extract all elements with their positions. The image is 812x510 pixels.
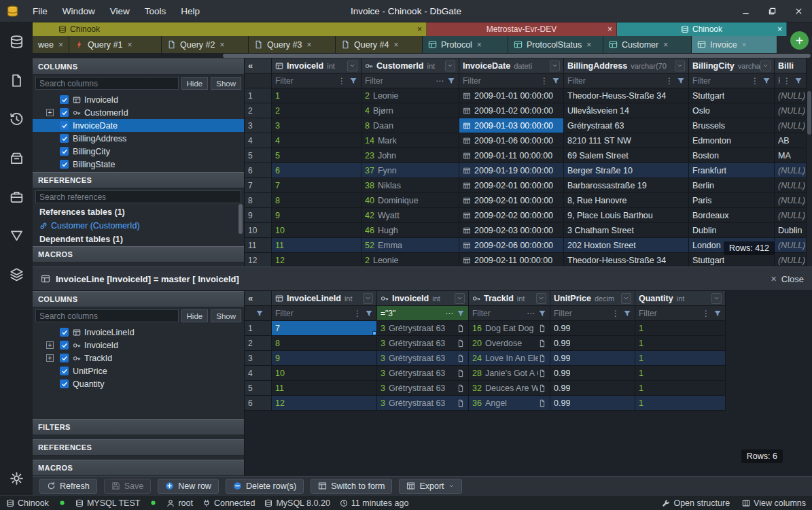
cell-unitprice[interactable]: 0.99 [550, 351, 635, 366]
tab-bar-scrollbar[interactable] [33, 53, 812, 58]
rail-admin-button[interactable] [0, 177, 33, 216]
cell-billingcity[interactable]: Stuttgart [689, 88, 775, 103]
cell-invoicedate[interactable]: 2009-02-01 00:00:00 [459, 193, 564, 208]
cell-quantity[interactable]: 1 [635, 321, 726, 336]
cell-billi[interactable]: (NULL) [775, 208, 807, 223]
status-mysql-8-0-20[interactable]: MySQL 8.0.20 [264, 498, 330, 508]
cell-invoicedate[interactable]: 2009-02-03 00:00:00 [459, 223, 564, 238]
column-header-invoicelineid[interactable]: InvoiceLineIdint [272, 291, 377, 306]
status-chinook[interactable]: Chinook [6, 498, 49, 508]
cell-billi[interactable]: MA [775, 148, 807, 163]
cell-trackid[interactable]: 16Dog Eat Dog [469, 321, 550, 336]
window-minimize-button[interactable] [732, 0, 759, 22]
row-number-cell[interactable]: 2 [245, 336, 272, 351]
tab-query-2[interactable]: Query #2× [162, 36, 249, 53]
column-menu-button[interactable] [536, 293, 546, 304]
tab-protocolstatus[interactable]: ProtocolStatus× [508, 36, 603, 53]
column-header-billingaddress[interactable]: BillingAddressvarchar(70 [564, 58, 689, 73]
cell-customerid[interactable]: 42Wyatt [361, 208, 459, 223]
tab-close-icon[interactable]: × [219, 40, 224, 50]
checkbox-billingstate[interactable] [60, 160, 69, 169]
cell-billingaddress[interactable]: Theodor-Heuss-Straße 34 [564, 88, 689, 103]
cell-invoiceid[interactable]: 2 [272, 103, 361, 118]
filter-options-button[interactable]: ⋮ [783, 76, 791, 86]
cell-invoiceid[interactable]: 7 [272, 178, 361, 193]
cell-billingaddress[interactable]: 3 Chatham Street [564, 223, 689, 238]
row-number-cell[interactable]: 12 [245, 253, 272, 267]
column-header-customerid[interactable]: CustomerIdint [361, 58, 459, 73]
filter-input-invoicelineid[interactable]: Filter⋮ [272, 306, 377, 321]
filter-options-button[interactable]: ⋮ [751, 76, 759, 86]
collapse-left-panel-button[interactable]: « [245, 291, 272, 306]
cell-customerid[interactable]: 23John [361, 148, 459, 163]
close-detail-button[interactable]: ×Close [771, 273, 804, 284]
cell-customerid[interactable]: 2Leonie [361, 88, 459, 103]
filter-input-billingaddress[interactable]: Filter⋮ [564, 73, 689, 88]
checkbox-invoicedate[interactable] [60, 121, 69, 130]
filter-corner-cell[interactable] [245, 306, 272, 321]
column-item-quantity[interactable]: Quantity [33, 377, 244, 390]
checkbox-invoicelineid[interactable] [60, 328, 69, 337]
cell-billingaddress[interactable]: 69 Salem Street [564, 148, 689, 163]
cell-invoicelineid[interactable]: 11 [272, 381, 377, 396]
cell-invoiceid[interactable]: 3Grétrystraat 63 [377, 321, 469, 336]
status-indicator[interactable] [149, 499, 157, 507]
cell-invoicelineid[interactable]: 7 [272, 321, 377, 336]
cell-invoiceid[interactable]: 8 [272, 193, 361, 208]
cell-invoiceid[interactable]: 3Grétrystraat 63 [377, 336, 469, 351]
cell-billingcity[interactable]: Frankfurt [689, 163, 775, 178]
filter-options-button[interactable]: ⋮ [612, 309, 620, 318]
tab-invoice[interactable]: Invoice× [692, 36, 777, 53]
cell-billingaddress[interactable]: 9, Place Louis Barthou [564, 208, 689, 223]
cell-billingaddress[interactable]: Berger Straße 10 [564, 163, 689, 178]
cell-trackid[interactable]: 24Love In An Elevator [469, 351, 550, 366]
cell-invoiceid[interactable]: 4 [272, 133, 361, 148]
status-11-minutes-ago[interactable]: 11 minutes ago [340, 498, 409, 508]
save-button[interactable]: Save [104, 479, 152, 494]
cell-billingcity[interactable]: Stuttgart [689, 253, 775, 267]
cell-invoicelineid[interactable]: 9 [272, 351, 377, 366]
connection-group-metrostav-evr-dev[interactable]: Metrostav-Evr-DEV× [427, 22, 617, 36]
filter-options-button[interactable]: ⋯ [436, 76, 444, 86]
cell-trackid[interactable]: 36Angel [469, 396, 550, 411]
row-number-cell[interactable]: 7 [245, 178, 272, 193]
cell-invoiceid[interactable]: 3Grétrystraat 63 [377, 351, 469, 366]
column-item-invoicedate[interactable]: InvoiceDate [33, 119, 244, 132]
cell-invoiceid[interactable]: 1 [272, 88, 361, 103]
macros-section-header[interactable]: MACROS [33, 246, 244, 262]
column-header-billingcity[interactable]: BillingCityvarcha [689, 58, 775, 73]
tab-close-icon[interactable]: × [586, 40, 591, 50]
cell-billi[interactable]: (NULL) [775, 178, 807, 193]
tab-wee[interactable]: wee× [33, 36, 69, 53]
filter-options-button[interactable]: ⋯ [527, 309, 535, 318]
column-item-customerid[interactable]: +CustomerId [33, 106, 244, 119]
cell-unitprice[interactable]: 0.99 [550, 321, 635, 336]
column-item-invoiceid[interactable]: InvoiceId [33, 93, 244, 106]
search-columns-input[interactable] [35, 309, 179, 322]
cell-billingaddress[interactable]: Barbarossastraße 19 [564, 178, 689, 193]
connection-group-chinook[interactable]: Chinook× [33, 22, 427, 36]
cell-invoiceid[interactable]: 11 [272, 238, 361, 253]
row-number-cell[interactable]: 1 [245, 88, 272, 103]
row-number-cell[interactable]: 6 [245, 396, 272, 411]
filters-section-header[interactable]: FILTERS [33, 419, 244, 435]
cell-invoicedate[interactable]: 2009-02-06 00:00:00 [459, 238, 564, 253]
cell-billingcity[interactable]: Boston [689, 148, 775, 163]
connection-group-chinook[interactable]: Chinook× [617, 22, 787, 36]
cell-billi[interactable]: (NULL) [775, 88, 807, 103]
status-view-columns[interactable]: View columns [742, 498, 806, 508]
fill-handle[interactable] [372, 331, 376, 335]
column-item-billingcity[interactable]: BillingCity [33, 145, 244, 158]
references-section-header[interactable]: REFERENCES [33, 439, 244, 456]
cell-invoiceid[interactable]: 3Grétrystraat 63 [377, 366, 469, 381]
menu-window[interactable]: Window [55, 0, 103, 22]
checkbox-invoiceid[interactable] [60, 95, 69, 104]
cell-billingaddress[interactable]: Theodor-Heuss-Straße 34 [564, 253, 689, 267]
columns-section-header[interactable]: COLUMNS [33, 58, 244, 75]
cell-quantity[interactable]: 1 [635, 396, 726, 411]
filter-options-button[interactable]: ⋯ [445, 309, 453, 318]
menu-view[interactable]: View [103, 0, 137, 22]
filter-options-button[interactable]: ⋮ [353, 309, 361, 318]
scrollbar-thumb[interactable] [807, 91, 811, 135]
expand-icon[interactable]: + [46, 109, 54, 116]
